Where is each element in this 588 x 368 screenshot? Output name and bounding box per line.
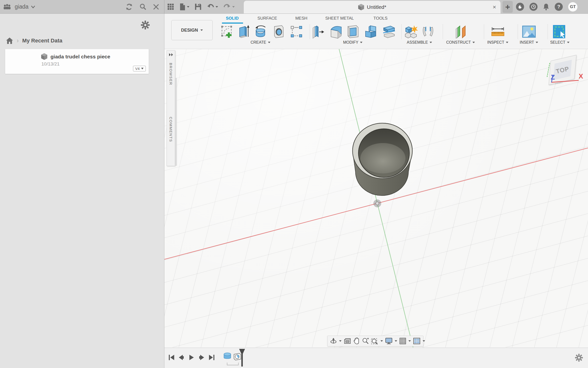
fillet-icon[interactable] (329, 24, 343, 39)
breadcrumb: › My Recent Data (6, 37, 62, 44)
search-icon[interactable] (139, 3, 147, 11)
undo-button[interactable] (207, 4, 218, 10)
timeline-feature-cylinder[interactable] (223, 352, 232, 360)
group-modify[interactable]: MODIFY (343, 40, 362, 45)
timeline-bar (164, 348, 588, 368)
new-component-icon[interactable] (404, 24, 418, 39)
version-dropdown[interactable]: V4 (133, 66, 146, 71)
ribbon-toolbar: DESIGN SOLID SURFACE MESH SHEET METAL TO… (164, 14, 588, 49)
combine-icon[interactable] (364, 24, 378, 39)
redo-icon (223, 4, 231, 10)
tab-solid[interactable]: SOLID (226, 15, 239, 22)
grid-snaps-icon[interactable] (399, 338, 406, 344)
step-forward-button[interactable] (199, 354, 205, 361)
user-name[interactable]: giada (15, 3, 28, 10)
avatar-initials: GT (570, 4, 576, 9)
help-icon[interactable]: ? (555, 3, 563, 11)
rectangular-pattern-icon[interactable] (289, 24, 304, 39)
zoom-icon[interactable] (362, 338, 369, 344)
construct-plane-icon[interactable] (454, 24, 468, 39)
app-launcher-icon[interactable] (167, 3, 174, 10)
home-icon[interactable] (6, 37, 13, 44)
group-construct[interactable]: CONSTRUCT (446, 40, 475, 45)
go-to-start-button[interactable] (168, 354, 175, 361)
panel-settings-gear-icon[interactable] (141, 21, 150, 29)
viewports-dropdown[interactable] (423, 340, 425, 342)
select-icon[interactable] (552, 24, 566, 39)
cylinder-model[interactable] (353, 123, 412, 196)
job-status-icon[interactable] (529, 3, 538, 11)
timeline-position-marker[interactable] (239, 348, 245, 367)
redo-button[interactable] (223, 4, 235, 10)
browser-tab[interactable]: BROWSER (169, 63, 173, 85)
comments-tab[interactable]: COMMENTS (169, 117, 173, 142)
create-sketch-icon[interactable] (220, 24, 234, 39)
split-body-icon[interactable] (382, 24, 396, 39)
new-tab-button[interactable]: + (502, 1, 513, 13)
top-bar: giada (0, 0, 588, 14)
display-settings-icon[interactable] (385, 338, 392, 344)
fit-zoom-icon[interactable] (371, 338, 378, 344)
side-panel-strip[interactable]: BROWSER COMMENTS (167, 50, 175, 166)
press-pull-icon[interactable] (312, 24, 326, 39)
shell-icon[interactable] (346, 24, 360, 39)
group-create[interactable]: CREATE (251, 40, 270, 45)
save-icon[interactable] (195, 3, 201, 10)
close-tab-icon[interactable]: × (493, 4, 496, 10)
top-right-icons: ? GT (516, 0, 577, 13)
document-tab-title: Untitled* (367, 4, 386, 10)
tab-sheet-metal[interactable]: SHEET METAL (325, 15, 354, 22)
hole-icon[interactable] (272, 24, 286, 39)
orbit-dropdown[interactable] (339, 340, 342, 342)
insert-canvas-icon[interactable] (522, 24, 536, 39)
breadcrumb-label[interactable]: My Recent Data (22, 38, 62, 44)
group-select[interactable]: SELECT (550, 40, 569, 45)
recent-item-card[interactable]: giada trudel chess piece 10/13/21 V4 (5, 49, 149, 74)
viewcube[interactable]: TOP FRONT Z X (545, 56, 588, 93)
group-assemble[interactable]: ASSEMBLE (407, 40, 432, 45)
close-panel-icon[interactable] (153, 4, 159, 10)
grid-dropdown[interactable] (408, 340, 411, 342)
file-menu[interactable] (180, 3, 189, 11)
step-back-button[interactable] (178, 354, 184, 361)
fit-dropdown[interactable] (380, 340, 383, 342)
notifications-bell-icon[interactable] (543, 3, 549, 11)
y-axis-line (339, 49, 413, 347)
expand-panel-icon[interactable] (169, 53, 173, 56)
viewcube-x-label: X (579, 73, 583, 80)
origin-marker[interactable] (373, 199, 381, 207)
item-title: giada trudel chess piece (50, 54, 110, 60)
group-inspect[interactable]: INSPECT (487, 40, 508, 45)
extensions-icon[interactable] (516, 3, 524, 11)
avatar[interactable]: GT (568, 2, 577, 12)
breadcrumb-separator: › (17, 37, 19, 44)
group-insert[interactable]: INSERT (520, 40, 538, 45)
timeline-group-bracket (227, 363, 239, 365)
extrude-icon[interactable] (237, 24, 251, 39)
go-to-end-button[interactable] (208, 354, 215, 361)
viewcube-z-label: Z (551, 74, 555, 81)
tab-surface[interactable]: SURFACE (257, 15, 277, 22)
tab-tools[interactable]: TOOLS (373, 15, 387, 22)
side-strip-scrollbar[interactable] (175, 78, 177, 166)
workspace-dropdown[interactable]: DESIGN (171, 20, 213, 40)
viewcube-top-label: TOP (555, 65, 570, 75)
revolve-icon[interactable] (254, 24, 268, 39)
pan-icon[interactable] (353, 338, 360, 344)
document-tab[interactable]: Untitled* × (244, 1, 501, 13)
look-at-icon[interactable] (344, 338, 351, 344)
tab-mesh[interactable]: MESH (295, 15, 307, 22)
file-icon (180, 3, 185, 11)
timeline-settings-gear-icon[interactable] (575, 354, 583, 362)
viewports-icon[interactable] (413, 338, 420, 344)
viewport-canvas[interactable]: BROWSER COMMENTS TOP FRONT Z X (164, 49, 588, 347)
version-label: V4 (135, 66, 140, 71)
display-dropdown[interactable] (395, 340, 397, 342)
orbit-icon[interactable] (330, 338, 337, 344)
chevron-down-icon[interactable] (31, 5, 35, 8)
play-button[interactable] (188, 354, 195, 361)
refresh-icon[interactable] (125, 3, 133, 11)
measure-icon[interactable] (491, 24, 505, 39)
model-scene (164, 49, 588, 347)
joint-icon[interactable] (421, 24, 435, 39)
